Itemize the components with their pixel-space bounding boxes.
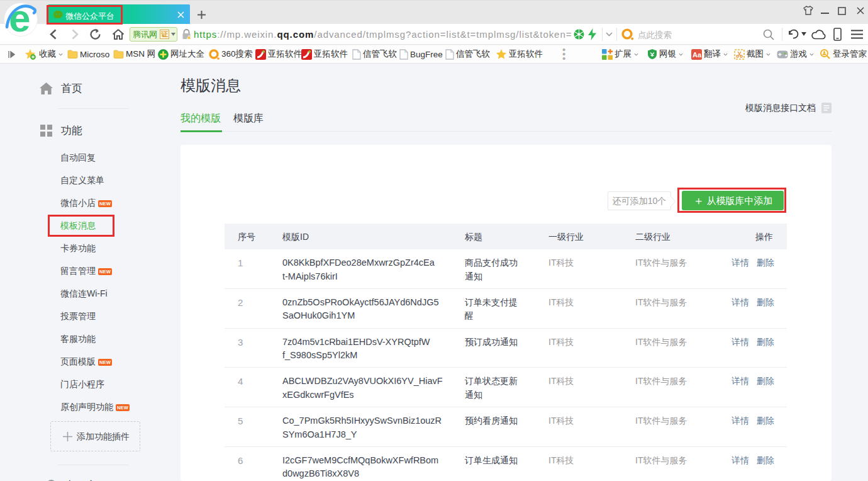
svg-text:Aa: Aa xyxy=(693,51,702,59)
